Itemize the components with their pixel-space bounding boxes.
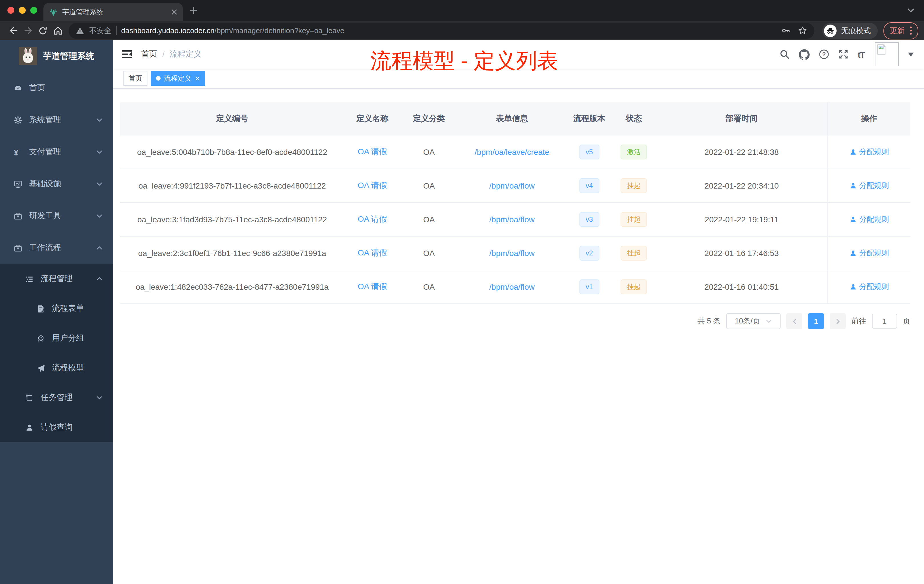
definition-category-cell: OA [400, 135, 457, 169]
avatar-dropdown-caret-icon[interactable] [908, 53, 914, 59]
minimize-window-button[interactable] [19, 7, 26, 14]
sidebar-item-infrastructure[interactable]: 基础设施 [0, 168, 113, 200]
chevron-left-icon [791, 317, 797, 325]
tab-strip: 芋道管理系统 [0, 0, 924, 21]
definition-name-link[interactable]: OA 请假 [358, 214, 387, 223]
column-header: 操作 [828, 102, 911, 135]
new-tab-button[interactable] [190, 6, 198, 14]
goto-page-input[interactable] [872, 314, 897, 328]
help-icon[interactable]: ? [819, 49, 829, 59]
deploy-time-cell: 2022-01-16 17:46:53 [656, 236, 828, 270]
sidebar-item-leave-query[interactable]: 请假查询 [0, 412, 113, 442]
version-badge: v1 [579, 279, 599, 294]
definition-name-link[interactable]: OA 请假 [358, 282, 387, 291]
definition-name-link[interactable]: OA 请假 [358, 248, 387, 257]
fullscreen-icon[interactable] [838, 49, 848, 59]
security-label: 不安全 [89, 25, 111, 36]
definition-name-link[interactable]: OA 请假 [358, 147, 387, 156]
chevron-down-icon [96, 148, 103, 155]
user-icon [850, 284, 856, 290]
app-window: 芋道管理系统 首页系统管理¥支付管理基础设施研发工具工作流程流程管理流程表单用户… [0, 40, 924, 584]
avatar[interactable] [875, 42, 899, 66]
assign-rule-link[interactable]: 分配规则 [850, 181, 889, 191]
next-page-button[interactable] [830, 313, 846, 329]
form-link[interactable]: /bpm/oa/leave/create [475, 147, 549, 157]
prev-page-button[interactable] [786, 313, 802, 329]
browser-tab[interactable]: 芋道管理系统 [43, 3, 183, 21]
reload-button[interactable] [35, 23, 50, 38]
bookmark-star-icon[interactable] [798, 26, 807, 35]
briefcase-icon [14, 244, 22, 252]
assign-rule-link[interactable]: 分配规则 [850, 248, 889, 258]
update-label: 更新 [890, 25, 904, 36]
forward-button[interactable] [21, 23, 35, 38]
assign-rule-link[interactable]: 分配规则 [850, 282, 889, 292]
sidebar-collapse-icon[interactable] [121, 49, 132, 59]
sidebar-item-dev-tools[interactable]: 研发工具 [0, 200, 113, 232]
tab-title: 芋道管理系统 [62, 7, 167, 17]
app-title: 芋道管理系统 [43, 51, 94, 61]
home-button[interactable] [50, 23, 65, 38]
sidebar-item-user-group[interactable]: 用户分组 [0, 323, 113, 353]
page-number-button[interactable]: 1 [808, 313, 824, 329]
page-size-select[interactable]: 10条/页 [726, 313, 780, 329]
status-badge: 挂起 [621, 212, 647, 227]
tab-close-icon[interactable] [172, 9, 177, 15]
tag-active[interactable]: 流程定义 [151, 71, 205, 86]
tab-search-chevron-icon[interactable] [907, 7, 915, 13]
password-key-icon[interactable] [781, 26, 791, 35]
sidebar-item-system[interactable]: 系统管理 [0, 104, 113, 136]
page-content: 定义编号定义名称定义分类表单信息流程版本状态部署时间操作 oa_leave:5:… [113, 89, 924, 329]
user-icon [850, 148, 856, 155]
assign-rule-link[interactable]: 分配规则 [850, 214, 889, 224]
sidebar-item-workflow[interactable]: 工作流程 [0, 232, 113, 264]
back-button[interactable] [6, 23, 21, 38]
security-warning-icon[interactable] [76, 26, 84, 35]
github-icon[interactable] [799, 49, 810, 60]
user-icon [850, 182, 856, 189]
address-bar[interactable]: 不安全 dashboard.yudao.iocoder.cn/bpm/manag… [69, 23, 814, 39]
breadcrumb-current: 流程定义 [170, 49, 202, 59]
search-icon[interactable] [779, 49, 790, 59]
sidebar-item-task-management[interactable]: 任务管理 [0, 383, 113, 412]
definition-id-cell: oa_leave:1:482ec033-762a-11ec-8477-a2380… [120, 270, 344, 304]
chevron-up-icon [96, 244, 103, 251]
tag-close-icon[interactable] [195, 76, 200, 81]
sidebar-item-payment[interactable]: ¥支付管理 [0, 136, 113, 168]
status-badge: 挂起 [621, 279, 647, 294]
tree-icon [25, 393, 34, 402]
screen: 芋道管理系统 [0, 0, 924, 584]
definition-name-link[interactable]: OA 请假 [358, 181, 387, 190]
incognito-label: 无痕模式 [841, 25, 871, 36]
tag-item[interactable]: 首页 [124, 71, 147, 86]
version-badge: v5 [579, 145, 599, 159]
column-header: 部署时间 [656, 102, 828, 135]
chevron-down-icon [96, 117, 103, 124]
definition-category-cell: OA [400, 236, 457, 270]
close-window-button[interactable] [7, 7, 14, 14]
browser-toolbar: 不安全 dashboard.yudao.iocoder.cn/bpm/manag… [0, 21, 924, 40]
form-link[interactable]: /bpm/oa/flow [489, 282, 535, 292]
app-logo[interactable]: 芋道管理系统 [0, 40, 113, 72]
sidebar-item-process-model[interactable]: 流程模型 [0, 353, 113, 383]
chevron-down-icon [96, 394, 103, 401]
form-link[interactable]: /bpm/oa/flow [489, 215, 535, 224]
table-body: oa_leave:5:004b710b-7b8a-11ec-8ef0-acde4… [120, 135, 910, 304]
browser-chrome: 芋道管理系统 [0, 0, 924, 40]
zoom-window-button[interactable] [30, 7, 37, 14]
sidebar-item-process-form[interactable]: 流程表单 [0, 294, 113, 323]
user-icon [850, 216, 856, 223]
sidebar-item-process-management[interactable]: 流程管理 [0, 264, 113, 294]
form-link[interactable]: /bpm/oa/flow [489, 181, 535, 190]
form-link[interactable]: /bpm/oa/flow [489, 249, 535, 258]
sidebar-item-home[interactable]: 首页 [0, 72, 113, 104]
font-size-icon[interactable]: tT [858, 49, 865, 59]
definition-category-cell: OA [400, 270, 457, 304]
chrome-update-menu-button[interactable]: 更新 [883, 22, 918, 39]
pagination: 共 5 条 10条/页 1 前往 页 [120, 313, 910, 329]
sidebar-item-label: 请假查询 [41, 422, 73, 432]
breadcrumb-home[interactable]: 首页 [141, 49, 157, 59]
yen-icon: ¥ [14, 148, 22, 156]
page-unit-label: 页 [903, 316, 910, 326]
assign-rule-link[interactable]: 分配规则 [850, 147, 889, 157]
